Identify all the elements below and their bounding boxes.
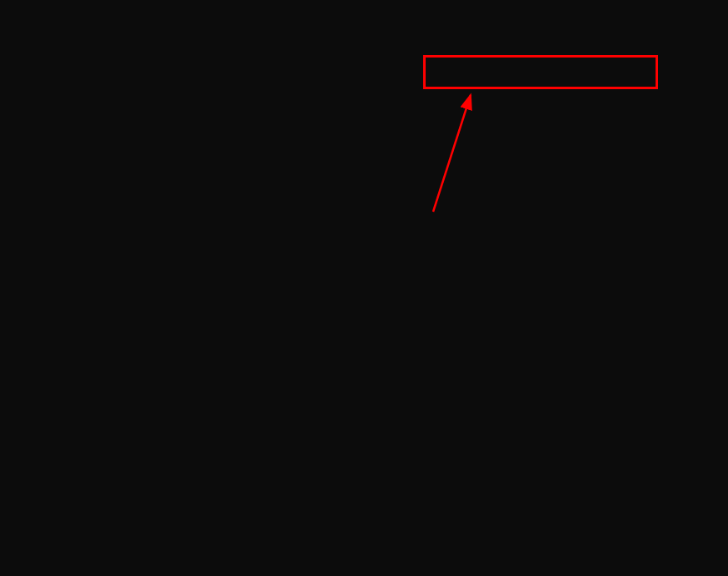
terminal-output — [0, 61, 728, 132]
